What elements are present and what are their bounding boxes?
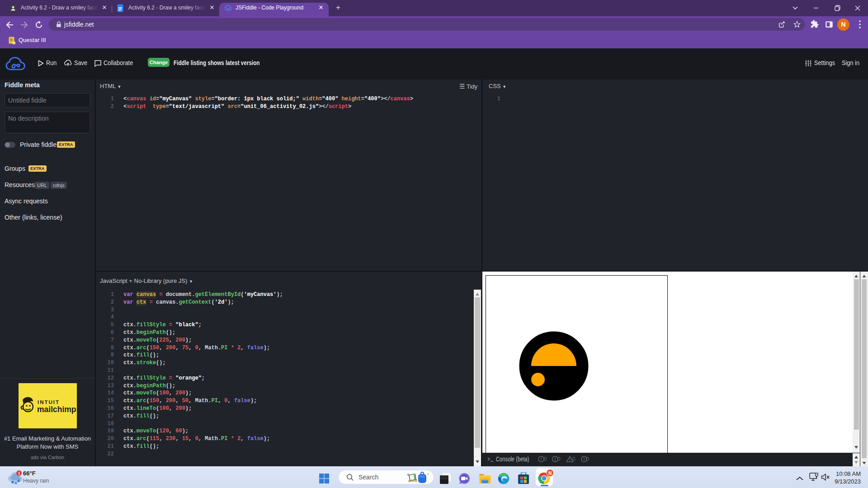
svg-text:INTUIT: INTUIT <box>38 399 60 405</box>
svg-text:mailchimp: mailchimp <box>37 405 76 414</box>
svg-text:1: 1 <box>18 471 20 475</box>
